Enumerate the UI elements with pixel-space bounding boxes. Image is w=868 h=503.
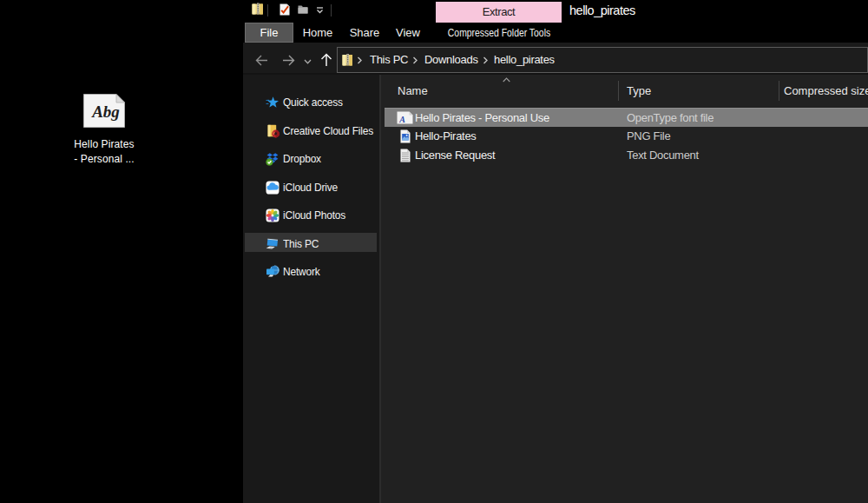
svg-text:A: A [398,115,405,124]
svg-text:Abg: Abg [91,103,120,121]
